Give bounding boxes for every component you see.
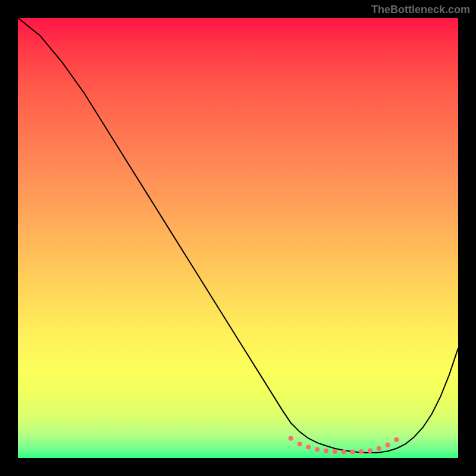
marker-dot (386, 443, 390, 447)
marker-dot (359, 449, 364, 454)
chart-container (18, 18, 458, 458)
marker-dot (289, 436, 293, 441)
marker-dot (394, 437, 399, 442)
marker-dot (306, 445, 311, 450)
marker-dot (350, 450, 355, 455)
marker-dot (377, 446, 381, 451)
marker-dot (315, 447, 320, 452)
marker-dot (342, 450, 346, 455)
chart-svg (18, 18, 458, 458)
curve-line (18, 18, 458, 453)
marker-dot (324, 448, 328, 453)
marker-dot (368, 448, 372, 453)
marker-dot (298, 441, 302, 446)
watermark-text: TheBottleneck.com (371, 4, 470, 16)
marker-dot (333, 449, 337, 454)
